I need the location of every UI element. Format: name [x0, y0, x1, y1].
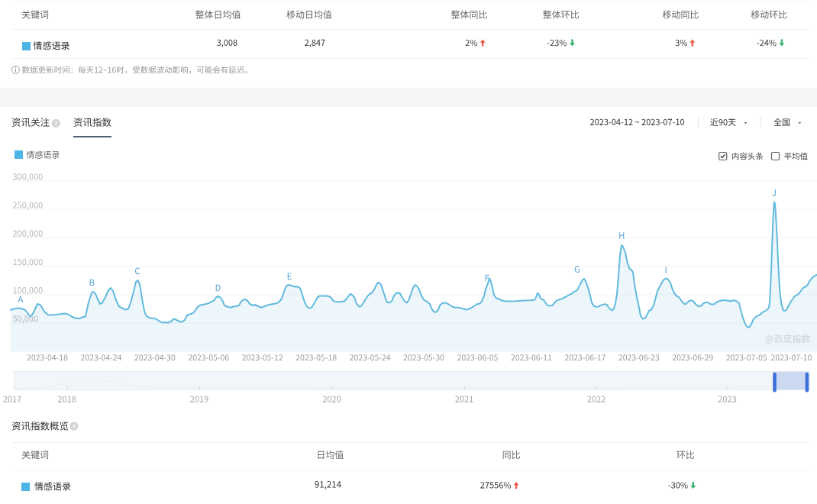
svg-text:?: ?: [72, 423, 76, 430]
svg-text:?: ?: [54, 120, 58, 127]
